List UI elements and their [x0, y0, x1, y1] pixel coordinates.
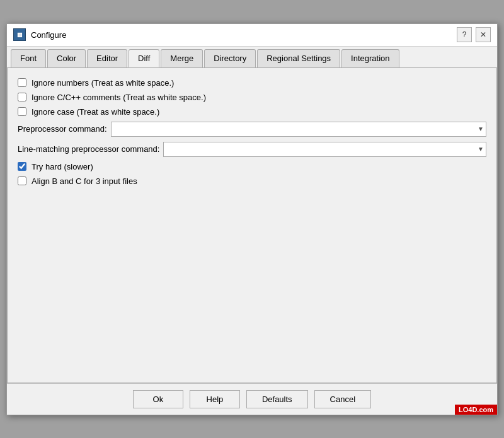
cancel-button[interactable]: Cancel [314, 390, 371, 408]
title-bar-buttons: ? ✕ [457, 27, 491, 42]
tab-diff[interactable]: Diff [129, 49, 159, 67]
title-bar: ▦ Configure ? ✕ [7, 24, 497, 47]
try-hard-label: Try hard (slower) [32, 162, 93, 171]
close-button[interactable]: ✕ [476, 27, 491, 42]
preprocessor-select-wrapper: ▼ [111, 122, 486, 137]
try-hard-row: Try hard (slower) [18, 162, 486, 171]
tab-editor[interactable]: Editor [87, 49, 127, 67]
tab-bar: Font Color Editor Diff Merge Directory R… [7, 47, 497, 68]
help-action-button[interactable]: Help [190, 390, 240, 408]
window-title: Configure [31, 30, 66, 40]
ignore-case-row: Ignore case (Treat as white space.) [18, 107, 486, 117]
ignore-case-checkbox[interactable] [18, 107, 26, 116]
defaults-button[interactable]: Defaults [246, 390, 308, 408]
ignore-case-label: Ignore case (Treat as white space.) [32, 107, 159, 117]
tab-integration[interactable]: Integration [341, 49, 399, 67]
line-matching-select-wrapper: ▼ [163, 142, 486, 157]
tab-directory[interactable]: Directory [204, 49, 256, 67]
ignore-numbers-label: Ignore numbers (Treat as white space.) [32, 78, 174, 88]
tab-merge[interactable]: Merge [161, 49, 203, 67]
tab-regional[interactable]: Regional Settings [257, 49, 340, 67]
tab-color[interactable]: Color [47, 49, 86, 67]
line-matching-select[interactable] [163, 142, 486, 157]
watermark: LO4D.com [455, 405, 497, 415]
try-hard-checkbox[interactable] [18, 162, 26, 171]
content-area: Ignore numbers (Treat as white space.) I… [7, 68, 497, 383]
preprocessor-row: Preprocessor command: ▼ [18, 122, 486, 137]
tab-font[interactable]: Font [11, 49, 46, 67]
ignore-numbers-row: Ignore numbers (Treat as white space.) [18, 78, 486, 88]
preprocessor-label: Preprocessor command: [18, 124, 107, 134]
ignore-numbers-checkbox[interactable] [18, 78, 26, 87]
help-button[interactable]: ? [457, 27, 472, 42]
ignore-cpp-label: Ignore C/C++ comments (Treat as white sp… [32, 93, 206, 102]
bottom-bar: Ok Help Defaults Cancel [7, 383, 497, 415]
align-bc-label: Align B and C for 3 input files [32, 176, 137, 186]
preprocessor-select[interactable] [111, 122, 486, 137]
ignore-cpp-checkbox[interactable] [18, 93, 26, 101]
align-bc-checkbox[interactable] [18, 176, 26, 185]
ok-button[interactable]: Ok [133, 390, 183, 408]
configure-window: ▦ Configure ? ✕ Font Color Editor Diff M… [6, 23, 498, 415]
line-matching-row: Line-matching preprocessor command: ▼ [18, 142, 486, 157]
title-bar-left: ▦ Configure [13, 28, 66, 41]
ignore-cpp-row: Ignore C/C++ comments (Treat as white sp… [18, 93, 486, 102]
app-icon: ▦ [13, 28, 26, 41]
align-bc-row: Align B and C for 3 input files [18, 176, 486, 186]
line-matching-label: Line-matching preprocessor command: [18, 144, 159, 154]
